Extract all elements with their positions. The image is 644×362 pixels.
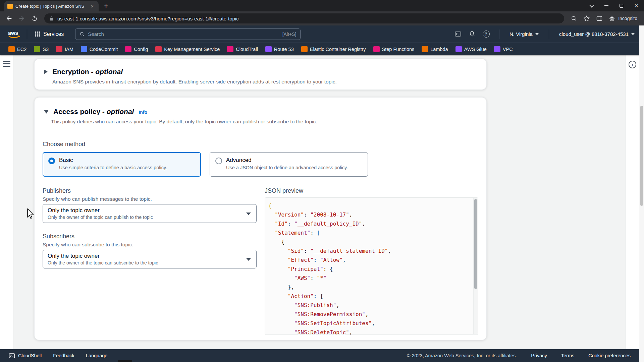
radio-selected-icon[interactable] [48, 158, 55, 164]
json-preview-scrollbar-thumb[interactable] [474, 199, 477, 289]
footer-link[interactable]: Cookie preferences [588, 353, 631, 358]
json-preview-scrollbar[interactable] [473, 198, 478, 334]
new-tab-button[interactable]: + [101, 1, 111, 11]
favorite-service-link[interactable]: AWS Glue [455, 46, 487, 52]
cloudshell-button[interactable]: CloudShell [9, 353, 42, 359]
favorite-service-link[interactable]: Config [125, 46, 148, 52]
bell-icon [469, 31, 476, 38]
subscribers-label: Subscribers [43, 233, 257, 240]
grid-icon [35, 31, 40, 37]
encryption-section: Encryption - optional Amazon SNS provide… [35, 59, 486, 89]
services-menu-button[interactable]: Services [32, 29, 66, 39]
favorite-service-link[interactable]: Route 53 [265, 46, 294, 52]
collapse-caret-icon[interactable] [44, 110, 49, 114]
footer-link[interactable]: Privacy [531, 353, 547, 358]
account-menu[interactable]: cloud_user @ 8818-3782-4531 [556, 29, 637, 39]
publishers-selected-option: Only the topic owner [48, 207, 241, 214]
cloudshell-icon [9, 353, 15, 359]
search-input[interactable] [88, 31, 279, 37]
service-icon [8, 46, 15, 52]
reload-icon [31, 15, 38, 22]
subscribers-description: Specify who can subscribe to this topic. [43, 242, 257, 248]
cloudshell-header-button[interactable] [452, 28, 464, 40]
info-link[interactable]: Info [139, 110, 147, 115]
bookmark-star-icon[interactable] [581, 13, 592, 24]
favorite-service-link[interactable]: IAM [56, 46, 73, 52]
info-panel-toggle[interactable]: i [629, 61, 636, 68]
page-scrollbar-thumb[interactable] [640, 106, 643, 206]
expand-caret-icon[interactable] [44, 69, 48, 74]
console-search[interactable]: [Alt+S] [75, 28, 301, 40]
zoom-icon[interactable] [568, 13, 580, 24]
method-tile-advanced[interactable]: Advanced Use a JSON object to define an … [210, 152, 368, 177]
advanced-method-description: Use a JSON object to define an advanced … [226, 165, 348, 170]
footer-link[interactable]: Terms [561, 353, 574, 358]
region-label: N. Virginia [509, 31, 533, 37]
favorite-service-link[interactable]: CodeCommit [81, 46, 118, 52]
tab-title: Create topic | Topics | Amazon SNS [15, 4, 87, 9]
access-policy-section-header[interactable]: Access policy - optional Info [43, 108, 478, 116]
mouse-cursor [26, 208, 35, 219]
service-icon [81, 46, 87, 52]
subscribers-selected-option-description: Only the owner of the topic can subscrib… [48, 260, 241, 265]
back-arrow-icon [5, 15, 13, 22]
access-policy-title: Access policy - optional [53, 108, 134, 116]
back-button[interactable] [3, 13, 15, 24]
encryption-description: Amazon SNS provides in-transit encryptio… [52, 79, 477, 85]
aws-favicon [7, 4, 13, 9]
favorite-service-link[interactable]: Step Functions [373, 46, 415, 52]
region-selector[interactable]: N. Virginia [507, 29, 541, 39]
subscribers-select[interactable]: Only the topic owner Only the owner of t… [43, 250, 257, 268]
header-divider [499, 29, 499, 39]
browser-tab[interactable]: Create topic | Topics | Amazon SNS × [4, 1, 99, 11]
side-nav-rail [0, 55, 13, 349]
services-label: Services [43, 31, 64, 37]
tab-search-chevron-icon[interactable] [584, 0, 599, 11]
favorite-service-link[interactable]: CloudTrail [227, 46, 258, 52]
favorite-service-link[interactable]: VPC [494, 46, 513, 52]
header-divider [27, 29, 27, 39]
tab-close-icon[interactable]: × [89, 3, 95, 9]
window-minimize-button[interactable] [599, 0, 614, 11]
window-maximize-button[interactable] [614, 0, 629, 11]
feedback-link[interactable]: Feedback [53, 353, 74, 358]
publishers-select[interactable]: Only the topic owner Only the owner of t… [43, 204, 257, 223]
service-icon [125, 46, 131, 52]
json-preview-column: JSON preview { "Version": "2008-10-17", … [265, 187, 478, 335]
question-icon: ? [483, 31, 490, 38]
favorite-service-link[interactable]: Key Management Service [155, 46, 220, 52]
favorite-service-link[interactable]: S3 [34, 46, 49, 52]
page-scrollbar[interactable] [639, 25, 644, 362]
main-content: i Encryption - optional Amazon SNS provi… [0, 55, 644, 349]
browser-tabstrip: Create topic | Topics | Amazon SNS × + × [0, 0, 644, 11]
reload-button[interactable] [29, 13, 40, 24]
copyright-text: © 2023, Amazon Web Services, Inc. or its… [407, 353, 517, 358]
encryption-section-header[interactable]: Encryption - optional [44, 68, 477, 76]
method-tile-basic[interactable]: Basic Use simple criteria to define a ba… [43, 152, 201, 177]
favorite-service-link[interactable]: Elastic Container Registry [301, 46, 366, 52]
json-preview-panel: { "Version": "2008-10-17", "Id": "__defa… [265, 197, 478, 335]
advanced-method-label: Advanced [226, 157, 348, 164]
url-text[interactable]: us-east-1.console.aws.amazon.com/sns/v3/… [57, 16, 239, 21]
side-panel-icon[interactable] [594, 13, 605, 24]
url-bar[interactable]: us-east-1.console.aws.amazon.com/sns/v3/… [44, 13, 564, 23]
incognito-icon [608, 15, 615, 22]
json-code: { "Version": "2008-10-17", "Id": "__defa… [268, 201, 469, 335]
service-icon [301, 46, 308, 52]
chevron-down-icon [631, 33, 635, 35]
radio-unselected-icon[interactable] [215, 158, 222, 164]
choose-method-label: Choose method [43, 141, 478, 148]
favorite-service-link[interactable]: EC2 [8, 46, 26, 52]
notifications-button[interactable] [466, 28, 478, 40]
tools-panel-rail: i [626, 55, 639, 349]
side-nav-toggle[interactable] [3, 61, 10, 67]
forward-button[interactable] [16, 13, 28, 24]
encryption-title: Encryption - optional [52, 68, 123, 76]
favorite-service-link[interactable]: Lambda [422, 46, 448, 52]
language-link[interactable]: Language [86, 353, 108, 358]
cloudshell-label: CloudShell [18, 353, 42, 358]
aws-logo[interactable]: aws [7, 29, 22, 39]
window-close-button[interactable]: × [629, 0, 644, 11]
help-button[interactable]: ? [480, 28, 492, 40]
browser-toolbar: us-east-1.console.aws.amazon.com/sns/v3/… [0, 11, 644, 25]
